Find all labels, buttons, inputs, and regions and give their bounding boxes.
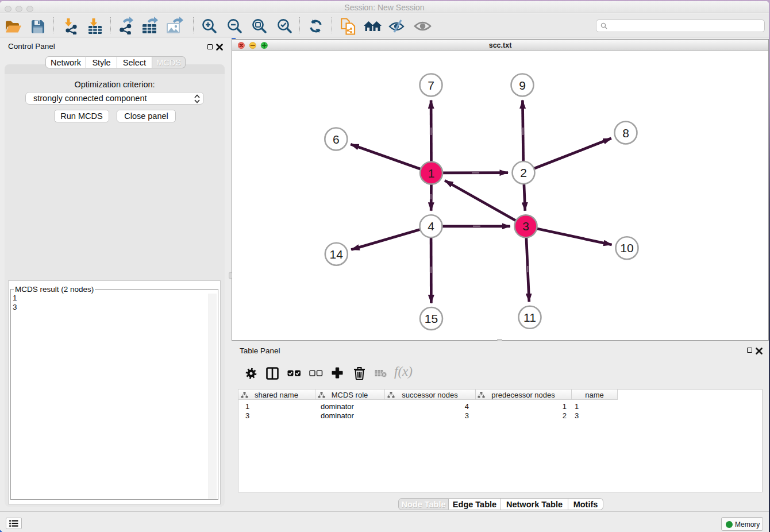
svg-text:9: 9 xyxy=(519,79,526,92)
svg-text:10: 10 xyxy=(620,241,633,255)
svg-text:4: 4 xyxy=(428,219,434,233)
svg-text:1: 1 xyxy=(428,167,435,180)
svg-text:8: 8 xyxy=(622,126,629,140)
svg-text:11: 11 xyxy=(523,311,536,324)
svg-text:7: 7 xyxy=(428,79,434,92)
svg-text:15: 15 xyxy=(425,312,438,325)
svg-text:2: 2 xyxy=(520,166,527,179)
svg-text:6: 6 xyxy=(333,133,340,146)
svg-text:14: 14 xyxy=(330,248,344,261)
svg-text:3: 3 xyxy=(522,219,529,233)
